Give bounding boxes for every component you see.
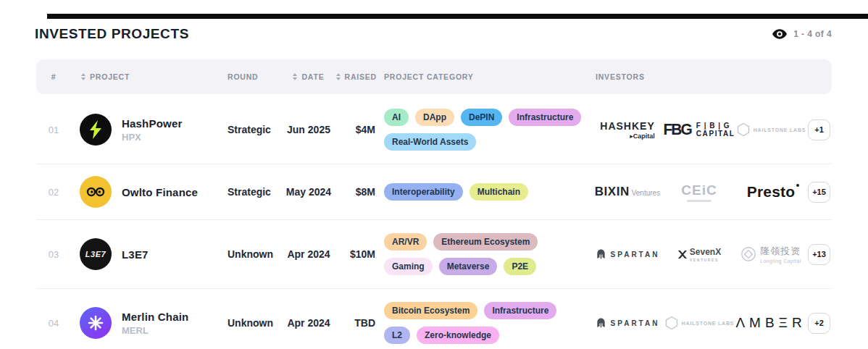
ceic-wordmark: CEiC [681,182,717,198]
investor-logo-spartan[interactable]: SPARTAN [593,317,662,329]
date-value: May 2024 [280,186,338,198]
header-project[interactable]: PROJECT [71,72,216,81]
owl-eyes-icon [85,187,106,197]
ceic-subtext-bar [687,200,711,202]
investor-logo-hashkey-capital[interactable]: HASHKEY ▸Capital [593,120,662,140]
category-tag[interactable]: Ethereum Ecosystem [433,233,538,251]
table-row[interactable]: 03 L3E7 L3E7 Unknown Apr 2024 $10M AR/VR… [36,220,832,289]
investors-cell: SPARTAN SevenX VENTURES [593,244,832,265]
header-investors-label: INVESTORS [596,72,645,81]
header-investors: INVESTORS [593,72,832,81]
more-investors-button[interactable]: +1 [808,119,830,140]
investor-logo-hailstone-labs[interactable]: HAILSTONE LABS [736,122,806,137]
row-index: 02 [36,187,71,198]
investor-logo-fbg-capital[interactable]: FBG F | B | G CAPITAL [664,121,734,138]
category-tag[interactable]: AR/VR [384,233,427,251]
category-tag[interactable]: Infrastructure [484,302,556,319]
category-tag[interactable]: Real-World Assets [384,133,476,151]
category-tag[interactable]: AI [384,109,409,126]
owlto-logo [80,176,112,208]
investor-logo-sevenx-ventures[interactable]: SevenX VENTURES [664,247,734,262]
project-name[interactable]: Merlin Chain [122,311,188,323]
date-value: Apr 2024 [280,248,338,260]
investor-logo-bixin-ventures[interactable]: BIXIN Ventures [593,185,662,199]
amber-wordmark: ΛMBΞR [735,315,806,331]
row-index: 01 [36,125,71,135]
sort-icon[interactable] [336,73,341,80]
header-project-label: PROJECT [90,72,130,81]
category-tag[interactable]: Gaming [384,258,433,275]
category-tag[interactable]: Bitcoin Ecosystem [384,302,477,319]
header-date[interactable]: DATE [280,72,338,81]
more-investors-button[interactable]: +15 [808,182,830,203]
header-raised-label: RAISED [345,72,377,81]
category-tag[interactable]: Zero-knowledge [417,327,499,344]
category-tag[interactable]: DApp [415,109,454,126]
spartan-wordmark: SPARTAN [611,251,660,258]
raised-value: $8M [338,186,381,198]
table-header: # PROJECT ROUND DATE RAISED PROJECT CATE… [36,59,832,94]
spartan-helmet-icon [596,248,606,260]
more-investors-button[interactable]: +13 [808,244,830,265]
investors-cell: BIXIN Ventures CEiC Presto +15 [593,182,832,203]
project-cell[interactable]: Owlto Finance [71,176,216,208]
table-row[interactable]: 04 Merlin Chain MERL Unknown Apr 2024 TB… [36,289,832,349]
presto-wordmark: Presto [747,183,796,201]
category-cell: AI DApp DePIN Infrastructure Real-World … [381,107,593,152]
more-investors-button[interactable]: +2 [808,313,830,334]
spartan-helmet-icon [596,317,606,329]
fbg-mark: FBG [663,120,690,138]
circle-diamond-icon [740,246,756,262]
category-tag[interactable]: L2 [384,327,410,344]
investor-logo-longling-capital[interactable]: 隆领投资 Longling Capital [736,245,806,264]
starburst-icon [88,315,104,331]
project-name[interactable]: HashPower [122,117,183,130]
investor-logo-spartan[interactable]: SPARTAN [593,248,662,260]
header-raised[interactable]: RAISED [338,72,381,81]
round-value: Unknown [216,248,280,260]
project-cell[interactable]: L3E7 L3E7 [71,238,216,270]
investor-logo-hailstone-labs[interactable]: HAILSTONE LABS [664,316,734,330]
investor-logo-ceic[interactable]: CEiC [664,182,734,202]
project-name[interactable]: Owlto Finance [122,186,198,198]
category-cell: Bitcoin Ecosystem Infrastructure L2 Zero… [381,300,593,345]
sevenx-ventures-sub: VENTURES [690,258,721,262]
date-value: Jun 2025 [280,124,338,135]
merlin-chain-logo [80,307,112,339]
fbg-letters: F | B | G [696,122,735,130]
header-category-label: PROJECT CATEGORY [384,72,474,81]
project-name[interactable]: L3E7 [122,248,149,261]
sort-icon[interactable] [81,73,85,80]
presto-dot [796,184,799,187]
category-tag[interactable]: Infrastructure [509,109,581,126]
header-round-label: ROUND [228,72,259,81]
category-tag[interactable]: Interoperability [384,183,463,201]
investors-cell: HASHKEY ▸Capital FBG F | B | G CAPITAL [593,119,832,140]
hexagon-icon [736,122,751,137]
project-ticker: MERL [122,325,188,336]
date-value: Apr 2024 [280,317,338,329]
project-cell[interactable]: Merlin Chain MERL [71,307,216,339]
fbg-capital-label: CAPITAL [696,130,735,138]
category-tag[interactable]: Multichain [470,183,528,201]
l3e7-logo: L3E7 [80,238,112,270]
row-index: 03 [36,249,71,260]
table-row[interactable]: 02 Owlto Finance Strategic May 2024 $8M … [36,164,832,220]
table-row[interactable]: 01 HashPower HPX Strategic Jun 2025 $4M … [36,96,832,164]
round-value: Unknown [216,317,280,329]
sort-icon[interactable] [293,73,297,80]
investor-logo-presto[interactable]: Presto [736,183,806,201]
investor-logo-amber[interactable]: ΛMBΞR [736,315,806,331]
investors-cell: SPARTAN HAILSTONE LABS ΛMBΞR +2 [593,313,832,334]
category-tag[interactable]: P2E [504,258,536,275]
project-cell[interactable]: HashPower HPX [71,114,216,146]
l3e7-logo-text: L3E7 [85,250,106,258]
lightning-bolt-icon [88,120,104,139]
category-tag[interactable]: DePIN [461,109,502,126]
eye-icon[interactable] [772,29,787,39]
longling-wordmark: 隆领投资 [760,245,801,258]
category-tag[interactable]: Metaverse [439,258,498,275]
hailstone-labs-wordmark: HAILSTONE LABS [754,127,806,133]
spartan-wordmark: SPARTAN [611,319,660,327]
hailstone-labs-wordmark: HAILSTONE LABS [682,321,735,326]
